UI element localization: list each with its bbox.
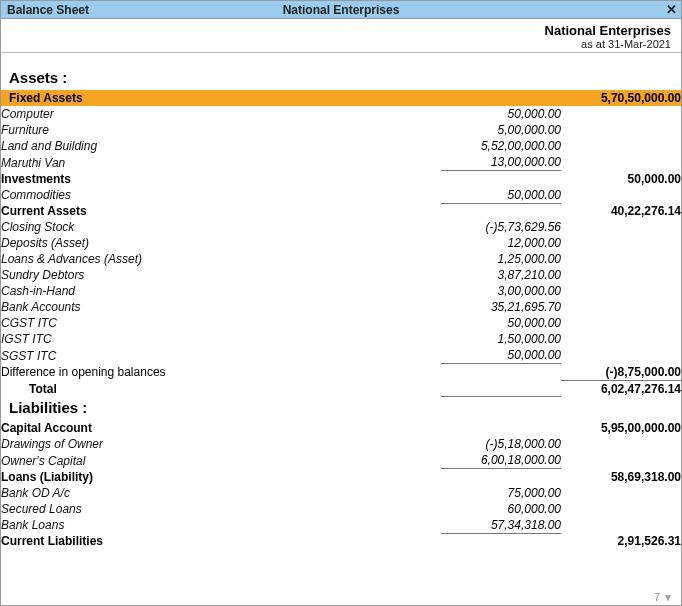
report-header: National Enterprises as at 31-Mar-2021: [1, 19, 681, 53]
capital-account-row[interactable]: Capital Account 5,95,00,000.00: [1, 420, 681, 436]
current-liabilities-row[interactable]: Current Liabilities 2,91,526.31: [1, 533, 681, 549]
table-row[interactable]: Cash-in-Hand3,00,000.00: [1, 283, 681, 299]
table-row[interactable]: Sundry Debtors3,87,210.00: [1, 267, 681, 283]
chevron-down-icon[interactable]: ▼: [663, 592, 673, 603]
assets-heading: Assets :: [1, 53, 681, 90]
table-row[interactable]: Drawings of Owner(-)5,18,000.00: [1, 436, 681, 452]
table-row[interactable]: Computer50,000.00: [1, 106, 681, 122]
table-row[interactable]: IGST ITC1,50,000.00: [1, 331, 681, 347]
table-row[interactable]: SGST ITC50,000.00: [1, 347, 681, 364]
table-row[interactable]: Owner's Capital6,00,18,000.00: [1, 452, 681, 469]
table-row[interactable]: Loans & Advances (Asset)1,25,000.00: [1, 251, 681, 267]
investments-row[interactable]: Investments 50,000.00: [1, 171, 681, 187]
table-row[interactable]: Furniture5,00,000.00: [1, 122, 681, 138]
report-date: as at 31-Mar-2021: [11, 38, 671, 50]
window-title-left: Balance Sheet: [7, 3, 89, 17]
table-row[interactable]: Bank Accounts35,21,695.70: [1, 299, 681, 315]
scroll-indicator: 7 ▼: [654, 591, 673, 603]
fixed-assets-row[interactable]: Fixed Assets 5,70,50,000.00: [1, 90, 681, 106]
company-name: National Enterprises: [11, 23, 671, 38]
table-row[interactable]: Commodities50,000.00: [1, 187, 681, 204]
close-icon[interactable]: ✕: [666, 2, 677, 17]
title-bar: Balance Sheet National Enterprises ✕: [1, 1, 681, 19]
table-row[interactable]: Land and Building5,52,00,000.00: [1, 138, 681, 154]
group-label: Fixed Assets: [1, 90, 441, 106]
liabilities-heading: Liabilities :: [1, 397, 681, 420]
table-row[interactable]: Secured Loans60,000.00: [1, 501, 681, 517]
assets-total-row: Total 6,02,47,276.14: [1, 380, 681, 397]
group-total: 5,70,50,000.00: [561, 90, 681, 106]
table-row[interactable]: Maruthi Van13,00,000.00: [1, 154, 681, 171]
loans-liability-row[interactable]: Loans (Liability) 58,69,318.00: [1, 469, 681, 485]
current-assets-row[interactable]: Current Assets 40,22,276.14: [1, 203, 681, 219]
liabilities-table: Capital Account 5,95,00,000.00 Drawings …: [1, 420, 681, 549]
report-body: Assets : Fixed Assets 5,70,50,000.00 Com…: [1, 53, 681, 549]
table-row[interactable]: Bank OD A/c75,000.00: [1, 485, 681, 501]
table-row[interactable]: Closing Stock(-)5,73,629.56: [1, 219, 681, 235]
table-row[interactable]: CGST ITC50,000.00: [1, 315, 681, 331]
page-indicator: 7: [654, 591, 660, 603]
table-row[interactable]: Bank Loans57,34,318.00: [1, 517, 681, 534]
window-title-center: National Enterprises: [283, 3, 400, 17]
diff-balances-row[interactable]: Difference in opening balances (-)8,75,0…: [1, 364, 681, 381]
assets-table: Fixed Assets 5,70,50,000.00 Computer50,0…: [1, 90, 681, 397]
table-row[interactable]: Deposits (Asset)12,000.00: [1, 235, 681, 251]
